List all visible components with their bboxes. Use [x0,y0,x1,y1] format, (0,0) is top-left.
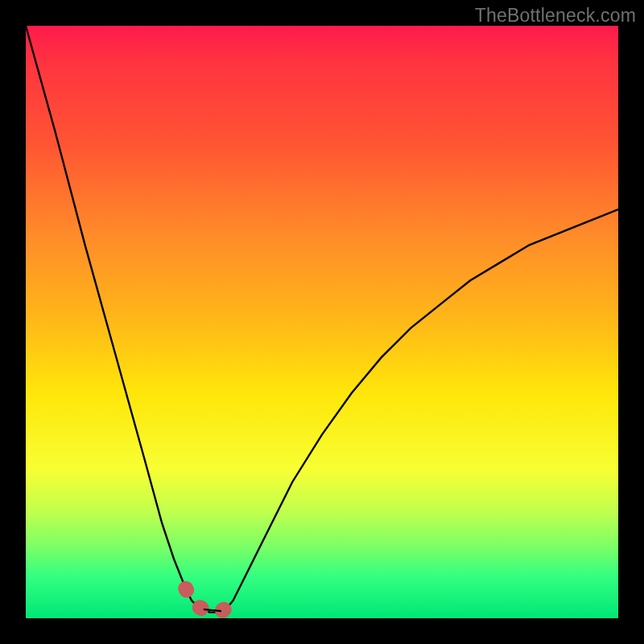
plot-area [26,26,618,618]
chart-svg [26,26,618,618]
watermark-text: TheBottleneck.com [475,5,636,27]
chart-stage: TheBottleneck.com [0,0,644,644]
bottleneck-curve [26,26,618,613]
